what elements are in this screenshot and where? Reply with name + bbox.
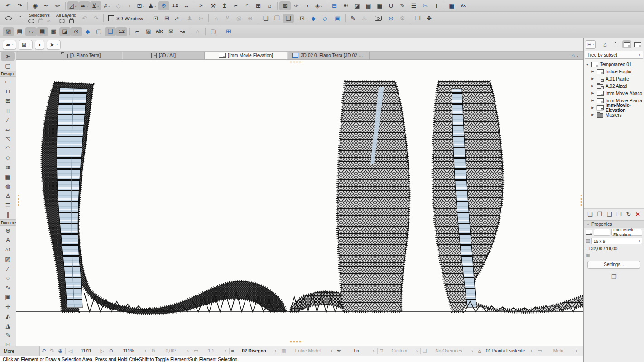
home-view-button[interactable]: ⌂ (211, 14, 222, 23)
stair-op-button[interactable]: ☰ (408, 1, 419, 10)
tree-item-indice-foglio[interactable]: ▶Indice Foglio (584, 68, 644, 75)
pin-tabs-button[interactable]: ⌂⌄ (567, 52, 583, 59)
hatch-grid-button[interactable]: ▦ (37, 27, 48, 36)
abc-label-button[interactable]: Abc (154, 27, 165, 36)
text-tool[interactable]: A (0, 235, 16, 245)
disclosure-triangle-icon[interactable]: ▶ (591, 84, 595, 88)
camera-button[interactable]: ⌄ (374, 14, 385, 23)
new-master-button[interactable]: ❑ (607, 211, 612, 218)
curve-button[interactable]: ↝ (177, 27, 188, 36)
annotate-op-button[interactable]: ✎ (397, 1, 408, 10)
settings-button[interactable]: Settings... (587, 261, 640, 269)
tab-3d-02-piano-terra[interactable]: 3D-02 0. Piano Terra [3D-02 0. Piano T… (287, 52, 370, 59)
look-to-button[interactable]: ◎ (233, 14, 245, 23)
render-settings-button[interactable]: ⚙ (397, 14, 408, 23)
dimension-style-button[interactable]: 1.2 (169, 1, 181, 10)
layers-lock-icon[interactable] (69, 17, 74, 25)
tab-3d-all[interactable]: [3D / All] (122, 52, 205, 59)
inject-parameters-button[interactable]: ✒ (41, 1, 52, 10)
snap-points-button[interactable]: ⊻⌄ (90, 1, 101, 10)
polyline-tool[interactable]: ∿ (0, 283, 16, 292)
duplicate-button[interactable]: ❑ (283, 14, 294, 23)
nav-zoom-button[interactable]: ⊕ (56, 348, 64, 354)
roof-tool[interactable]: ◹ (0, 134, 16, 143)
disclosure-triangle-icon[interactable]: ▶ (591, 99, 595, 102)
line-tool[interactable]: ∕ (0, 264, 16, 273)
frame-x-button[interactable]: ⊠ (165, 27, 177, 36)
publisher-tab[interactable] (633, 40, 642, 48)
chevron-right-icon[interactable]: › (185, 348, 190, 353)
rotation-angle[interactable]: 0,00° (156, 348, 185, 353)
chevron-right-icon[interactable]: › (273, 348, 278, 353)
tower-elevation-left[interactable] (42, 82, 286, 314)
fill-paint-button[interactable]: ◆⌄ (309, 14, 321, 23)
fill-op-button[interactable]: ◪ (351, 1, 363, 10)
trim-button[interactable]: ⌐ (230, 1, 241, 10)
chevron-right-icon[interactable]: › (371, 348, 376, 353)
column-tool[interactable]: ▯ (0, 105, 16, 115)
editing-plane-button[interactable]: ◇ (113, 1, 124, 10)
renovation-filter[interactable]: 01 Pianta Esistente (482, 348, 529, 353)
current-layer[interactable]: 02 Disegno (235, 348, 273, 353)
gravity-button[interactable]: ◗ (124, 1, 135, 10)
fill-tool[interactable]: ▨ (0, 254, 16, 264)
zoom-selection-button[interactable]: ⊡⌄ (298, 14, 309, 23)
stretch-button[interactable]: ↔ (181, 1, 192, 10)
movie-button[interactable]: ❒ (412, 14, 423, 23)
snap-guides-button[interactable]: ≃⌄ (79, 1, 90, 10)
mep-routing-button[interactable]: ⚙ (158, 1, 169, 10)
tree-item-imm-movie-elevation[interactable]: ▶Imm-Movie-Elevation (584, 104, 644, 111)
book-button[interactable]: ▢ (207, 27, 219, 36)
camera-path-button[interactable]: ⊚ (385, 14, 397, 23)
morph-tool[interactable]: ◇ (0, 153, 16, 162)
pen-set[interactable]: bn (342, 348, 371, 353)
axonometry-view-button[interactable]: ⊞ (161, 14, 173, 23)
project-map-tab[interactable]: ⌂ (601, 40, 610, 48)
tree-by-subset-dropdown[interactable]: Tree by subset › (585, 51, 643, 59)
split-button[interactable]: ✂ (196, 1, 207, 10)
paste-button[interactable]: ❐ (271, 14, 283, 23)
fillet-button[interactable]: ◜ (241, 1, 253, 10)
graphic-overrides[interactable]: No Overrides (428, 348, 470, 353)
curtain-op-button[interactable]: ▦ (374, 1, 385, 10)
3d-window-button[interactable]: 3D Window (106, 14, 146, 22)
worksheet-tool[interactable]: ⊡ (0, 340, 16, 346)
object-tool[interactable]: ♙ (0, 191, 16, 200)
tab-imm-movie-elevation[interactable]: [Imm-Movie-Elevation] (205, 52, 287, 59)
intersect-button[interactable]: ⊞ (253, 1, 264, 10)
spray-button[interactable]: ♨ (359, 14, 370, 23)
selection-frame-button[interactable]: ⊡⌄ (135, 1, 147, 10)
master-layout-select[interactable]: 16 x 9 › (591, 238, 642, 244)
structure-display[interactable]: Entire Model (287, 348, 329, 353)
layers-show-icon[interactable] (59, 17, 65, 25)
slab-tool[interactable]: ▱ (0, 124, 16, 134)
hatch-corner-button[interactable]: ◪ (59, 27, 71, 36)
tower-elevation-middle[interactable] (290, 81, 409, 312)
show-selection-eye[interactable] (3, 14, 14, 23)
profile-op-button[interactable]: U (385, 1, 397, 10)
pager-prev-button[interactable]: ◁ (67, 348, 74, 354)
properties-header[interactable]: ▼ Properties (584, 220, 644, 228)
magnet-button[interactable]: ◖ (302, 1, 313, 10)
hatch-lines-button[interactable]: ▤ (14, 27, 25, 36)
selection-method-button[interactable]: ⊠› (19, 40, 33, 50)
marquee-edit-button[interactable]: ⊠ (279, 1, 291, 10)
chevron-right-icon[interactable]: › (470, 348, 475, 353)
view-map-tab[interactable] (611, 40, 620, 48)
chevron-right-icon[interactable]: › (574, 348, 579, 353)
magnet-toggle-button[interactable]: ◖ (35, 40, 44, 50)
tree-item-a01-piante[interactable]: ▶A.01 Piante (584, 75, 644, 82)
tree-item-a02-alzati[interactable]: ▶A.02 Alzati (584, 82, 644, 90)
stair-tool[interactable]: ☰ (0, 200, 16, 210)
wall-accessory-button[interactable]: ⊟ (329, 1, 340, 10)
chevron-right-icon[interactable]: › (414, 348, 419, 353)
working-units[interactable]: Metri (543, 348, 574, 353)
arrow-tool-button[interactable]: ➤› (47, 40, 61, 50)
interior-elevation-tool[interactable]: ◮ (0, 321, 16, 330)
disclosure-triangle-icon[interactable]: ▶ (591, 113, 595, 117)
nav-forward-button[interactable]: ↷ (48, 348, 56, 354)
tower-elevation-right[interactable] (433, 81, 583, 312)
paint-tool-button[interactable]: ✑ (291, 1, 302, 10)
view-redo-button[interactable]: ↷ (90, 14, 101, 23)
toolbox-more-button[interactable]: More (0, 346, 40, 356)
